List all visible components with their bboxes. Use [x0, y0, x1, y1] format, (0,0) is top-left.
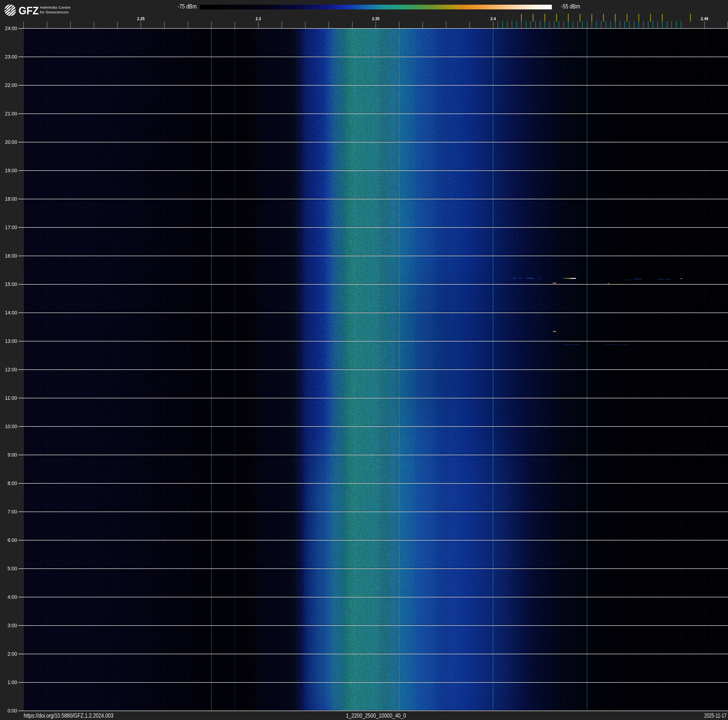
- svg-text:16:00: 16:00: [5, 253, 17, 259]
- svg-text:2.4: 2.4: [491, 16, 496, 21]
- svg-text:23:00: 23:00: [5, 54, 17, 60]
- svg-text:21:00: 21:00: [5, 111, 17, 116]
- svg-text:for Geosciences: for Geosciences: [40, 10, 69, 14]
- svg-text:18:00: 18:00: [5, 196, 17, 202]
- svg-text:-55 dBm: -55 dBm: [561, 3, 580, 10]
- svg-text:9:00: 9:00: [8, 452, 17, 458]
- svg-text:1:00: 1:00: [8, 680, 17, 685]
- svg-text:20:00: 20:00: [5, 139, 17, 145]
- svg-text:2.25: 2.25: [137, 16, 145, 21]
- svg-text:3:00: 3:00: [8, 623, 17, 628]
- svg-text:https://doi.org/10.5880/GFZ.1.: https://doi.org/10.5880/GFZ.1.2.2024.003: [24, 712, 113, 719]
- svg-text:6:00: 6:00: [8, 538, 17, 543]
- svg-text:8:00: 8:00: [8, 481, 17, 486]
- svg-text:GFZ: GFZ: [18, 5, 39, 17]
- svg-text:2:00: 2:00: [8, 651, 17, 657]
- svg-text:1_2200_2500_10000_40_0: 1_2200_2500_10000_40_0: [346, 712, 406, 719]
- svg-text:2025-11-17: 2025-11-17: [704, 712, 726, 719]
- svg-text:22:00: 22:00: [5, 83, 17, 88]
- svg-text:19:00: 19:00: [5, 168, 17, 173]
- svg-text:10:00: 10:00: [5, 424, 17, 429]
- svg-text:17:00: 17:00: [5, 225, 17, 230]
- svg-text:0:00: 0:00: [8, 708, 17, 714]
- svg-text:2.49: 2.49: [701, 16, 708, 21]
- svg-text:24:00: 24:00: [5, 26, 17, 31]
- svg-text:-75 dBm: -75 dBm: [177, 3, 197, 10]
- svg-text:13:00: 13:00: [5, 339, 17, 344]
- svg-text:Helmholtz Centre: Helmholtz Centre: [40, 6, 70, 9]
- svg-text:7:00: 7:00: [8, 509, 17, 515]
- svg-text:14:00: 14:00: [5, 310, 17, 316]
- svg-text:15:00: 15:00: [5, 282, 17, 287]
- svg-text:12:00: 12:00: [5, 367, 17, 372]
- svg-text:11:00: 11:00: [5, 395, 17, 401]
- svg-text:2.35: 2.35: [372, 16, 379, 21]
- svg-text:2.3: 2.3: [256, 16, 261, 21]
- svg-text:4:00: 4:00: [8, 594, 17, 600]
- svg-text:5:00: 5:00: [8, 566, 17, 571]
